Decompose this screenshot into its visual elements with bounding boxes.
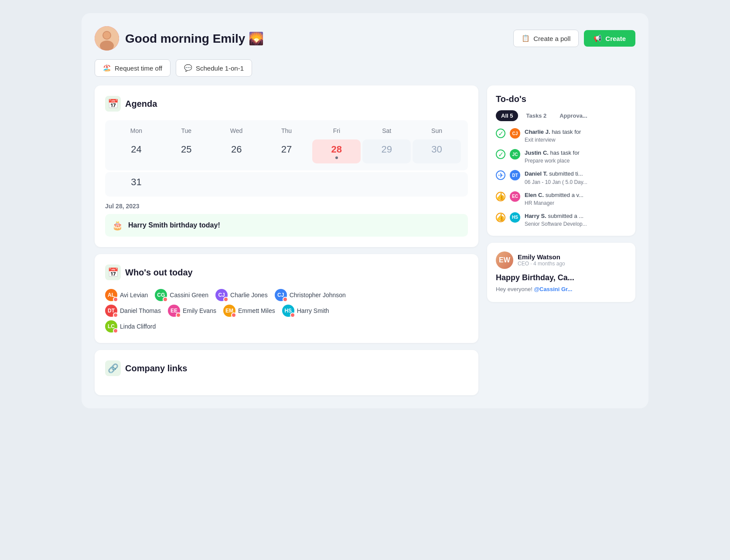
todo-check-2[interactable]: ✓	[496, 149, 505, 159]
todo-items: ✓ CJ Charlie J. has task for Exit interv…	[496, 128, 627, 227]
create-button[interactable]: 📢 Create	[584, 30, 635, 47]
todo-check-1[interactable]: ✓	[496, 129, 505, 138]
person-name-daniel: Daniel Thomas	[120, 307, 161, 314]
cal-day-24[interactable]: 24	[112, 139, 160, 163]
post-author-name: Emily Watson	[518, 253, 565, 261]
person-name-christopher: Christopher Johnson	[290, 292, 346, 299]
post-header: EW Emily Watson CEO · 4 months ago	[496, 251, 627, 269]
company-links-header: 🔗 Company links	[105, 360, 468, 376]
cal-day-26[interactable]: 26	[212, 139, 261, 163]
out-badge	[223, 297, 229, 302]
todo-avatar-justin: JC	[510, 149, 520, 160]
person-emmett-miles[interactable]: EM Emmett Miles	[223, 305, 275, 317]
post-mention: @Cassini Gr...	[534, 286, 572, 292]
post-body: Hey everyone! @Cassini Gr...	[496, 285, 627, 294]
cal-day-27[interactable]: 27	[263, 139, 311, 163]
whos-out-header: 📅 Who's out today	[105, 265, 468, 280]
action-buttons: 🏖️ Request time off 💬 Schedule 1-on-1	[95, 59, 635, 77]
person-name-linda: Linda Clifford	[120, 323, 156, 330]
agenda-event-date: Jul 28, 2023	[105, 203, 468, 210]
cal-empty-3	[263, 172, 311, 192]
person-name-avi: Avi Levian	[120, 292, 148, 299]
request-time-off-button[interactable]: 🏖️ Request time off	[95, 59, 171, 77]
todo-tab-approvals[interactable]: Approva...	[554, 110, 593, 121]
schedule-1on1-label: Schedule 1-on-1	[196, 64, 244, 72]
person-avatar-charlie-j: CJ	[215, 289, 228, 301]
svg-point-3	[103, 32, 110, 39]
todo-item-2: ✓ JC Justin C. has task for Prepare work…	[496, 149, 627, 164]
whos-out-icon: 📅	[105, 265, 121, 280]
person-avi-levian[interactable]: AL Avi Levian	[105, 289, 148, 301]
person-name-harry: Harry Smith	[297, 307, 329, 314]
person-name-charlie-j: Charlie Jones	[230, 292, 268, 299]
cal-empty-5	[362, 172, 411, 192]
greeting-text: Good morning Emily 🌄	[125, 31, 264, 46]
chat-icon: 💬	[184, 64, 192, 72]
todo-item-4: 👍 EC Elen C. submitted a v... HR Manager	[496, 191, 627, 206]
todo-check-5[interactable]: 👍	[496, 213, 505, 222]
schedule-1on1-button[interactable]: 💬 Schedule 1-on-1	[176, 59, 252, 77]
todo-task-sub-1: Exit interview	[525, 137, 627, 143]
agenda-event: 🎂 Harry Smith birthday today!	[105, 214, 468, 237]
todo-check-3[interactable]: ✈	[496, 170, 505, 180]
create-button-label: Create	[605, 35, 626, 42]
whos-out-card: 📅 Who's out today AL Avi Levian	[95, 254, 478, 343]
todo-avatar-elen: EC	[510, 191, 520, 202]
person-charlie-jones[interactable]: CJ Charlie Jones	[215, 289, 268, 301]
out-badge	[163, 297, 168, 302]
post-author-info: Emily Watson CEO · 4 months ago	[518, 253, 565, 267]
time-off-icon: 🏖️	[103, 64, 111, 72]
svg-point-2	[100, 41, 114, 51]
megaphone-icon: 📢	[594, 34, 602, 42]
person-daniel-thomas[interactable]: DT Daniel Thomas	[105, 305, 161, 317]
cal-empty-4	[312, 172, 361, 192]
whos-out-people: AL Avi Levian CG Cassini Green	[105, 289, 468, 333]
todo-tab-tasks[interactable]: Tasks 2	[521, 110, 552, 121]
cal-header-tue: Tue	[162, 127, 211, 138]
avatar-image	[95, 26, 119, 51]
cal-header-mon: Mon	[112, 127, 160, 138]
header-buttons: 📋 Create a poll 📢 Create	[513, 30, 635, 47]
todo-content-5: Harry S. submitted a ... Senior Software…	[525, 212, 627, 227]
links-icon: 🔗	[105, 360, 121, 376]
person-avatar-harry: HS	[282, 305, 294, 317]
todo-tab-all[interactable]: All 5	[496, 110, 518, 121]
out-badge	[283, 297, 288, 302]
header-left: Good morning Emily 🌄	[95, 26, 264, 51]
create-poll-button[interactable]: 📋 Create a poll	[513, 30, 579, 47]
todo-check-4[interactable]: 👍	[496, 192, 505, 201]
todo-item-5: 👍 HS Harry S. submitted a ... Senior Sof…	[496, 212, 627, 227]
person-avatar-emmett: EM	[223, 305, 235, 317]
whos-out-row-2: DT Daniel Thomas EE Emily Evans	[105, 305, 468, 317]
avatar	[95, 26, 119, 51]
main-layout: 📅 Agenda Mon Tue Wed Thu Fri Sat Sun 24 …	[95, 85, 635, 395]
todo-avatar-harry-s: HS	[510, 212, 520, 223]
cal-empty-1	[162, 172, 211, 192]
post-time: 4 months ago	[533, 261, 565, 267]
todo-avatar-charlie: CJ	[510, 128, 520, 139]
cal-day-30[interactable]: 30	[413, 139, 461, 163]
cal-day-28[interactable]: 28	[312, 139, 361, 163]
out-badge	[113, 312, 118, 318]
todo-title: To-do's	[496, 94, 627, 104]
cal-day-31[interactable]: 31	[112, 172, 160, 192]
company-links-title: Company links	[125, 363, 187, 373]
header: Good morning Emily 🌄 📋 Create a poll 📢 C…	[95, 26, 635, 51]
todo-content-3: Daniel T. submitted ti... 06 Jan - 10 Ja…	[525, 170, 627, 185]
todo-task-line-3: Daniel T. submitted ti...	[525, 170, 627, 178]
person-name-emily-e: Emily Evans	[183, 307, 216, 314]
person-harry-smith[interactable]: HS Harry Smith	[282, 305, 329, 317]
person-cassini-green[interactable]: CG Cassini Green	[155, 289, 208, 301]
cal-empty-2	[212, 172, 261, 192]
post-meta: CEO · 4 months ago	[518, 261, 565, 267]
person-christopher-johnson[interactable]: CJ Christopher Johnson	[275, 289, 346, 301]
post-panel: EW Emily Watson CEO · 4 months ago Happy…	[487, 243, 635, 302]
whos-out-title: Who's out today	[125, 268, 193, 278]
agenda-card: 📅 Agenda Mon Tue Wed Thu Fri Sat Sun 24 …	[95, 85, 478, 247]
whos-out-row-3: LC Linda Clifford	[105, 320, 468, 333]
cal-day-25[interactable]: 25	[162, 139, 211, 163]
todo-panel: To-do's All 5 Tasks 2 Approva... ✓ CJ Ch…	[487, 85, 635, 236]
person-linda-clifford[interactable]: LC Linda Clifford	[105, 320, 156, 333]
cal-day-29[interactable]: 29	[362, 139, 411, 163]
person-emily-evans[interactable]: EE Emily Evans	[168, 305, 216, 317]
